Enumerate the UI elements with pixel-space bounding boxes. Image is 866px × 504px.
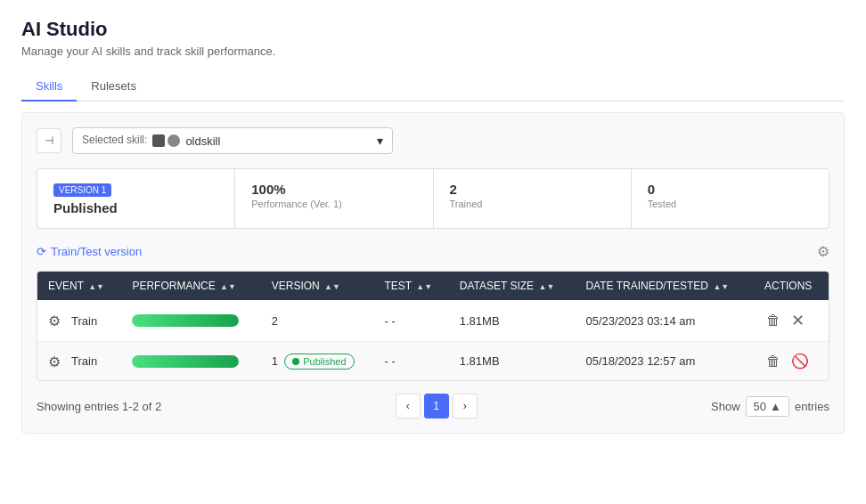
show-label: Show: [711, 400, 740, 413]
skill-selector-row: ⊣ Selected skill: oldskill ▾: [37, 127, 829, 154]
col-version[interactable]: VERSION ▲▼: [261, 272, 374, 300]
stat-trained: 2 Trained: [434, 169, 632, 228]
event-gear-icon: ⚙: [48, 354, 64, 370]
chevron-up-icon: ▲: [770, 400, 781, 413]
event-label: Train: [71, 314, 97, 328]
per-page-value: 50: [754, 400, 766, 413]
performance-label: Performance (Ver. 1): [251, 199, 416, 209]
collapse-button[interactable]: ⊣: [37, 128, 61, 153]
version-number: 1: [272, 354, 282, 368]
cell-test: - -: [374, 300, 449, 342]
cell-date-trained: 05/18/2023 12:57 am: [575, 342, 754, 381]
block-button[interactable]: 🚫: [789, 351, 811, 371]
trained-value: 2: [450, 182, 615, 197]
train-test-row: ⟳ Train/Test version ⚙: [37, 243, 829, 260]
col-test[interactable]: TEST ▲▼: [374, 272, 449, 300]
published-dot-icon: [292, 358, 299, 365]
stats-row: VERSION 1 Published 100% Performance (Ve…: [37, 168, 829, 229]
sort-arrows-date: ▲▼: [713, 282, 729, 291]
cell-version: 1 Published: [261, 342, 374, 381]
sort-arrows-dataset: ▲▼: [538, 282, 554, 291]
col-actions: ACTIONS: [754, 272, 829, 300]
per-page-select[interactable]: 50 ▲: [746, 396, 789, 417]
skill-icon-circle: [167, 134, 180, 147]
col-date-trained[interactable]: DATE TRAINED/TESTED ▲▼: [575, 272, 754, 300]
trained-label: Trained: [450, 199, 615, 209]
sort-arrows-version: ▲▼: [324, 282, 340, 291]
cell-test: - -: [374, 342, 449, 381]
skill-icon-square: [152, 134, 165, 147]
tab-rulesets[interactable]: Rulesets: [77, 72, 151, 102]
page-subtitle: Manage your AI skills and track skill pe…: [21, 45, 845, 58]
cell-date-trained: 05/23/2023 03:14 am: [575, 300, 754, 342]
event-cell: ⚙ Train: [48, 313, 110, 329]
event-gear-icon: ⚙: [48, 313, 64, 329]
skill-select-wrapper: Selected skill: oldskill ▾: [72, 127, 393, 154]
event-cell: ⚙ Train: [48, 354, 110, 370]
progress-bar: [132, 314, 239, 327]
page-1-button[interactable]: 1: [424, 394, 449, 419]
prev-page-button[interactable]: ‹: [396, 394, 421, 419]
cancel-button[interactable]: ✕: [789, 309, 806, 332]
action-icons: 🗑✕: [764, 309, 818, 332]
version-value: Published: [53, 200, 218, 215]
version-badge: VERSION 1: [53, 183, 111, 197]
table-header-row: EVENT ▲▼ PERFORMANCE ▲▼ VERSION ▲▼ TES: [37, 272, 829, 300]
progress-bar: [132, 355, 239, 368]
performance-value: 100%: [251, 182, 416, 197]
skill-select-dropdown[interactable]: Selected skill: oldskill ▾: [72, 127, 393, 154]
pagination-row: Showing entries 1-2 of 2 ‹ 1 › Show 50 ▲…: [37, 394, 829, 419]
next-page-button[interactable]: ›: [453, 394, 478, 419]
data-table: EVENT ▲▼ PERFORMANCE ▲▼ VERSION ▲▼ TES: [37, 271, 829, 381]
chevron-down-icon: ▾: [377, 134, 383, 148]
cell-event: ⚙ Train: [37, 342, 121, 381]
skill-select-left: Selected skill: oldskill: [82, 134, 220, 148]
pagination-controls: ‹ 1 ›: [396, 394, 478, 419]
stat-version: VERSION 1 Published: [37, 169, 235, 228]
col-event[interactable]: EVENT ▲▼: [37, 272, 121, 300]
cell-performance: [121, 342, 260, 381]
tab-skills[interactable]: Skills: [21, 72, 77, 102]
delete-button[interactable]: 🗑: [764, 352, 782, 371]
content-area: ⊣ Selected skill: oldskill ▾: [21, 112, 845, 434]
sort-arrows-test: ▲▼: [416, 282, 432, 291]
published-badge: Published: [284, 354, 354, 370]
sort-arrows-performance: ▲▼: [220, 282, 236, 291]
skill-name: oldskill: [185, 134, 220, 148]
settings-gear-button[interactable]: ⚙: [817, 243, 829, 260]
cell-version: 2: [261, 300, 374, 342]
table-row: ⚙ Train 2- -1.81MB05/23/2023 03:14 am🗑✕: [37, 300, 829, 342]
progress-fill: [132, 314, 239, 327]
skill-select-label: Selected skill:: [82, 134, 147, 146]
col-performance[interactable]: PERFORMANCE ▲▼: [121, 272, 260, 300]
cell-dataset-size: 1.81MB: [449, 342, 576, 381]
cell-event: ⚙ Train: [37, 300, 121, 342]
train-test-link[interactable]: ⟳ Train/Test version: [37, 245, 142, 258]
refresh-icon: ⟳: [37, 245, 46, 258]
cell-actions: 🗑✕: [754, 300, 829, 342]
entries-label: entries: [795, 400, 829, 413]
stat-performance: 100% Performance (Ver. 1): [235, 169, 433, 228]
page-title: AI Studio: [21, 18, 845, 41]
tested-label: Tested: [648, 199, 813, 209]
delete-button[interactable]: 🗑: [764, 311, 782, 330]
sort-arrows-event: ▲▼: [88, 282, 104, 291]
col-dataset-size[interactable]: DATASET SIZE ▲▼: [449, 272, 576, 300]
train-test-label: Train/Test version: [51, 245, 142, 258]
action-icons: 🗑🚫: [764, 351, 818, 371]
event-label: Train: [71, 354, 97, 368]
table-row: ⚙ Train 1 Published - -1.81MB05/18/2023 …: [37, 342, 829, 381]
cell-dataset-size: 1.81MB: [449, 300, 576, 342]
show-entries-control: Show 50 ▲ entries: [711, 396, 829, 417]
gear-icon: ⚙: [817, 244, 829, 259]
cell-performance: [121, 300, 260, 342]
tested-value: 0: [648, 182, 813, 197]
published-label: Published: [303, 356, 346, 367]
collapse-icon: ⊣: [45, 134, 53, 147]
cell-actions: 🗑🚫: [754, 342, 829, 381]
progress-fill: [132, 355, 239, 368]
stat-tested: 0 Tested: [632, 169, 829, 228]
skill-icons: [152, 134, 180, 147]
tab-bar: Skills Rulesets: [21, 72, 845, 102]
showing-entries-text: Showing entries 1-2 of 2: [37, 400, 161, 413]
